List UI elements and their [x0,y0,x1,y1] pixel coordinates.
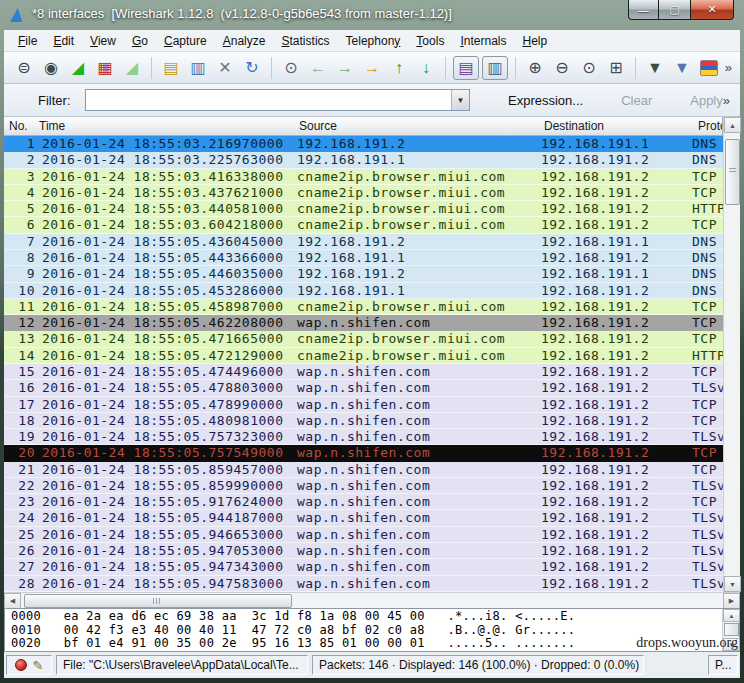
column-header-source[interactable]: Source [299,119,337,133]
zoom-out-icon[interactable]: ⊖ [550,56,574,80]
packet-row-1[interactable]: 12016-01-24 18:55:03.216970000192.168.19… [4,136,723,152]
expert-info-segment[interactable]: ✎ [6,655,52,675]
toolbar-overflow-chevron-icon[interactable]: » [725,60,732,75]
menu-item-statistics[interactable]: Statistics [273,32,337,50]
capture-comment-icon[interactable]: ✎ [33,659,44,672]
restart-capture-icon[interactable]: ◢ [120,56,144,80]
menu-item-file[interactable]: File [10,32,45,50]
packet-row-11[interactable]: 112016-01-24 18:55:05.458987000cname2ip.… [4,299,723,315]
titlebar[interactable]: *8 interfaces [Wireshark 1.12.8 (v1.12.8… [0,0,744,30]
horizontal-scrollbar[interactable]: ◀ ▶ [4,592,740,608]
scroll-left-icon[interactable]: ◀ [4,593,21,609]
expression-button[interactable]: Expression... [508,93,583,108]
maximize-button[interactable]: ▢ [659,0,690,20]
colorize-toggle-icon[interactable]: ▤ [453,56,479,80]
menu-item-help[interactable]: Help [515,32,556,50]
menu-item-internals[interactable]: Internals [452,32,514,50]
column-header-time[interactable]: Time [39,119,65,133]
open-file-icon[interactable]: ▤ [159,56,183,80]
column-header-protocol[interactable]: Protocol [698,119,723,133]
close-button[interactable]: ✕ [690,0,734,20]
toolbar-separator [445,57,446,79]
menu-item-tools[interactable]: Tools [408,32,452,50]
start-capture-icon[interactable]: ◢ [66,56,90,80]
packet-row-9[interactable]: 92016-01-24 18:55:05.446035000192.168.19… [4,266,723,282]
go-back-icon[interactable]: ← [306,56,330,80]
packet-row-23[interactable]: 232016-01-24 18:55:05.917624000wap.n.shi… [4,494,723,510]
packet-row-5[interactable]: 52016-01-24 18:55:03.440581000cname2ip.b… [4,201,723,217]
go-bottom-icon[interactable]: ↓ [414,56,438,80]
column-header-no[interactable]: No. [9,119,28,133]
hex-dump[interactable]: 0000 ea 2a ea d6 ec 69 38 aa 3c 1d f8 1a… [11,610,719,650]
packet-row-3[interactable]: 32016-01-24 18:55:03.416338000cname2ip.b… [4,169,723,185]
clear-button[interactable]: Clear [621,93,652,108]
packet-row-8[interactable]: 82016-01-24 18:55:05.443366000192.168.19… [4,250,723,266]
packet-row-22[interactable]: 222016-01-24 18:55:05.859990000wap.n.shi… [4,478,723,494]
zoom-original-icon[interactable]: ⊙ [577,56,601,80]
packet-row-6[interactable]: 62016-01-24 18:55:03.604218000cname2ip.b… [4,217,723,233]
packet-row-13[interactable]: 132016-01-24 18:55:05.471665000cname2ip.… [4,331,723,347]
packet-row-21[interactable]: 212016-01-24 18:55:05.859457000wap.n.shi… [4,462,723,478]
packet-row-26[interactable]: 262016-01-24 18:55:05.947053000wap.n.shi… [4,543,723,559]
packet-row-24[interactable]: 242016-01-24 18:55:05.944187000wap.n.shi… [4,510,723,526]
list-interfaces-icon[interactable]: ⊜ [12,56,36,80]
expert-info-icon[interactable] [15,659,27,671]
menu-item-go[interactable]: Go [124,32,156,50]
packet-row-18[interactable]: 182016-01-24 18:55:05.480981000wap.n.shi… [4,413,723,429]
packet-row-15[interactable]: 152016-01-24 18:55:05.474496000wap.n.shi… [4,364,723,380]
hex-scroll-up-icon[interactable]: ▲ [723,609,740,622]
hex-line-0020[interactable]: 0020 bf 01 e4 91 00 35 00 2e 95 16 13 85… [11,637,719,650]
column-header-destination[interactable]: Destination [544,119,604,133]
coloring-rules-icon[interactable] [700,60,718,76]
go-to-packet-icon[interactable]: → [360,56,384,80]
apply-button[interactable]: Apply [690,93,723,108]
packet-row-28[interactable]: 282016-01-24 18:55:05.947583000wap.n.shi… [4,576,723,592]
save-file-icon[interactable]: ▥ [186,56,210,80]
packet-row-10[interactable]: 102016-01-24 18:55:05.453286000192.168.1… [4,283,723,299]
packet-row-16[interactable]: 162016-01-24 18:55:05.478803000wap.n.shi… [4,380,723,396]
reload-icon[interactable]: ↻ [240,56,264,80]
vertical-scroll-thumb[interactable] [725,139,740,205]
go-top-icon[interactable]: ↑ [387,56,411,80]
packet-list-vertical-scrollbar[interactable]: ▲ ▼ [723,117,740,592]
close-file-icon[interactable]: ✕ [213,56,237,80]
packet-row-14[interactable]: 142016-01-24 18:55:05.472129000cname2ip.… [4,348,723,364]
stop-capture-icon[interactable]: ▦ [93,56,117,80]
hex-line-0000[interactable]: 0000 ea 2a ea d6 ec 69 38 aa 3c 1d f8 1a… [11,610,719,624]
zoom-in-icon[interactable]: ⊕ [523,56,547,80]
autoscroll-toggle-icon[interactable]: ▥ [482,56,508,80]
minimize-button[interactable]: — [628,0,659,20]
find-packet-icon[interactable]: ⊙ [279,56,303,80]
filter-input[interactable] [86,90,470,110]
filter-overflow-chevron-icon[interactable]: » [723,93,730,108]
resize-columns-icon[interactable]: ⊞ [604,56,628,80]
status-profile[interactable]: P... [708,655,738,675]
filter-dropdown-icon[interactable]: ▼ [451,90,469,110]
packet-row-2[interactable]: 22016-01-24 18:55:03.225763000192.168.19… [4,152,723,168]
packet-row-25[interactable]: 252016-01-24 18:55:05.946653000wap.n.shi… [4,527,723,543]
hex-line-0010[interactable]: 0010 00 42 f3 e3 40 00 40 11 47 72 c0 a8… [11,624,719,638]
menu-item-telephony[interactable]: Telephony [338,32,409,50]
scroll-right-icon[interactable]: ▶ [723,593,740,609]
scroll-up-icon[interactable]: ▲ [724,117,741,133]
packet-row-19[interactable]: 192016-01-24 18:55:05.757323000wap.n.shi… [4,429,723,445]
packet-protocol: DNS [692,234,717,250]
capture-options-icon[interactable]: ◉ [39,56,63,80]
capture-filter-icon[interactable]: ▼ [643,56,667,80]
packet-row-17[interactable]: 172016-01-24 18:55:05.478990000wap.n.shi… [4,397,723,413]
go-forward-icon[interactable]: → [333,56,357,80]
packet-row-27[interactable]: 272016-01-24 18:55:05.947343000wap.n.shi… [4,559,723,575]
display-filter-icon[interactable]: ▼ [670,56,694,80]
scroll-down-icon[interactable]: ▼ [724,576,741,592]
packet-destination: 192.168.191.2 [541,299,649,315]
menu-item-edit[interactable]: Edit [45,32,82,50]
horizontal-scroll-thumb[interactable] [24,594,292,608]
packet-row-7[interactable]: 72016-01-24 18:55:05.436045000192.168.19… [4,234,723,250]
packet-row-12[interactable]: 122016-01-24 18:55:05.462208000wap.n.shi… [4,315,723,331]
menu-item-view[interactable]: View [82,32,124,50]
menu-item-analyze[interactable]: Analyze [215,32,274,50]
packet-row-20[interactable]: 202016-01-24 18:55:05.757549000wap.n.shi… [4,445,723,461]
window-frame: *8 interfaces [Wireshark 1.12.8 (v1.12.8… [0,0,744,683]
menu-item-capture[interactable]: Capture [156,32,215,50]
packet-row-4[interactable]: 42016-01-24 18:55:03.437621000cname2ip.b… [4,185,723,201]
